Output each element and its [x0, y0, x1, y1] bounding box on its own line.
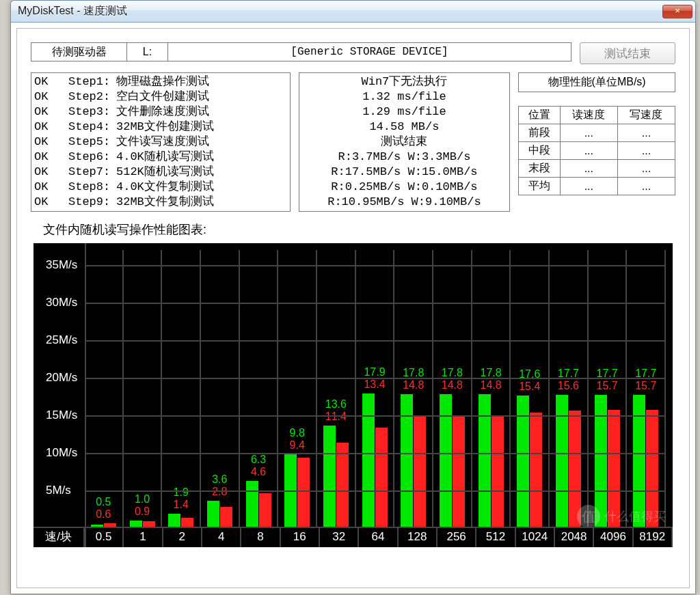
- step-status: OK: [34, 180, 68, 195]
- chart-title: 文件内随机读写操作性能图表:: [43, 221, 675, 238]
- step-desc: 32MB文件创建测试: [116, 120, 214, 135]
- read-value-label: 3.6: [212, 473, 227, 486]
- result-line: Win7下无法执行: [302, 74, 507, 89]
- bar-group: 17.715.6: [550, 250, 589, 528]
- step-status: OK: [34, 120, 68, 135]
- step-id: Step1:: [68, 74, 116, 89]
- perf-cell: 前段: [519, 124, 561, 142]
- bar-group: 17.814.8: [433, 250, 472, 528]
- result-line: R:0.25MB/s W:0.10MB/s: [302, 180, 507, 195]
- result-line: R:10.95MB/s W:9.10MB/s: [302, 195, 507, 210]
- bar-group: 1.91.4: [162, 250, 201, 528]
- client-area: 待测驱动器 L: [Generic STORAGE DEVICE] 测试结束 O…: [16, 28, 690, 588]
- step-desc: 4.0K文件复制测试: [116, 180, 214, 195]
- perf-cell: ...: [617, 124, 675, 142]
- y-tick-label: 10M/s: [46, 446, 77, 460]
- x-axis-label: 速/块: [33, 528, 85, 547]
- step-id: Step5:: [68, 135, 116, 150]
- write-value-label: 15.4: [519, 380, 540, 393]
- write-value-label: 15.6: [558, 380, 579, 392]
- bar-group: 17.715.7: [589, 250, 628, 528]
- write-bar: [297, 458, 310, 528]
- x-tick-label: 0.5: [85, 528, 124, 547]
- step-desc: 文件删除速度测试: [116, 105, 209, 120]
- result-line: 1.32 ms/file: [302, 89, 507, 105]
- write-value-label: 15.7: [596, 380, 617, 392]
- step-status: OK: [34, 150, 68, 165]
- app-window: MyDiskTest - 速度测试 × 待测驱动器 L: [Generic ST…: [10, 0, 696, 594]
- y-tick-label: 20M/s: [46, 371, 77, 385]
- x-tick-label: 1: [124, 528, 163, 547]
- test-end-button[interactable]: 测试结束: [580, 42, 675, 64]
- perf-cell: ...: [617, 142, 675, 160]
- step-status: OK: [34, 135, 68, 150]
- read-value-label: 1.0: [135, 493, 150, 506]
- read-bar: [479, 394, 491, 528]
- write-value-label: 0.9: [135, 506, 150, 518]
- perf-table: 位置读速度写速度前段......中段......末段......平均......: [518, 106, 675, 195]
- perf-cell: ...: [560, 178, 617, 195]
- device-name: [Generic STORAGE DEVICE]: [168, 43, 571, 61]
- result-line: R:17.5MB/s W:15.0MB/s: [302, 165, 507, 180]
- step-desc: 512K随机读写测试: [116, 165, 214, 180]
- read-bar: [246, 481, 258, 528]
- steps-panel: OKStep1:物理磁盘操作测试OKStep2:空白文件创建测试OKStep3:…: [31, 72, 291, 212]
- bar-group: 1.00.9: [124, 250, 163, 528]
- y-tick-label: 25M/s: [46, 333, 77, 347]
- step-status: OK: [34, 74, 68, 89]
- step-id: Step8:: [68, 180, 116, 195]
- perf-header: 读速度: [560, 107, 617, 124]
- close-button[interactable]: ×: [662, 5, 692, 18]
- bar-group: 17.913.4: [356, 250, 395, 528]
- read-value-label: 1.9: [174, 486, 189, 499]
- y-tick-label: 30M/s: [46, 296, 77, 309]
- read-value-label: 6.3: [251, 454, 266, 466]
- read-bar: [207, 501, 219, 528]
- x-tick-label: 64: [359, 528, 398, 547]
- performance-chart: 0.50.61.00.91.91.43.62.86.34.69.89.413.6…: [33, 243, 673, 547]
- perf-cell: ...: [560, 124, 617, 142]
- read-value-label: 17.9: [364, 366, 385, 378]
- write-bar: [220, 507, 232, 528]
- bar-group: 17.715.7: [627, 250, 666, 528]
- step-desc: 物理磁盘操作测试: [116, 74, 209, 89]
- perf-header: 写速度: [617, 107, 675, 124]
- read-value-label: 0.5: [96, 496, 111, 508]
- read-bar: [168, 514, 180, 528]
- x-tick-label: 1024: [516, 528, 555, 547]
- step-id: Step9:: [68, 195, 116, 210]
- write-value-label: 14.8: [403, 379, 424, 391]
- perf-cell: 中段: [519, 142, 561, 160]
- x-tick-label: 16: [281, 528, 320, 547]
- x-tick-label: 2048: [555, 528, 594, 547]
- x-tick-label: 32: [320, 528, 359, 547]
- step-id: Step2:: [68, 89, 116, 105]
- step-status: OK: [34, 165, 68, 180]
- device-label: 待测驱动器: [31, 43, 127, 61]
- read-bar: [401, 394, 413, 528]
- perf-header: 位置: [519, 107, 561, 124]
- write-bar: [492, 417, 504, 528]
- perf-cell: 平均: [519, 178, 561, 195]
- x-tick-label: 128: [399, 528, 438, 547]
- device-group: 待测驱动器 L: [Generic STORAGE DEVICE]: [31, 42, 571, 61]
- perf-title: 物理性能(单位MB/s): [518, 72, 675, 92]
- write-value-label: 11.4: [325, 411, 347, 423]
- write-value-label: 2.8: [212, 486, 227, 498]
- read-bar: [323, 426, 336, 528]
- bar-group: 13.611.4: [317, 250, 356, 528]
- results-panel: Win7下无法执行1.32 ms/file1.29 ms/file14.58 M…: [299, 72, 511, 212]
- write-value-label: 9.4: [290, 439, 305, 452]
- titlebar[interactable]: MyDiskTest - 速度测试 ×: [11, 1, 695, 23]
- write-bar: [530, 413, 542, 528]
- perf-panel: 物理性能(单位MB/s) 位置读速度写速度前段......中段......末段.…: [518, 72, 675, 212]
- perf-cell: ...: [617, 160, 675, 178]
- device-drive: L:: [127, 43, 168, 61]
- x-tick-label: 8: [241, 528, 280, 547]
- write-value-label: 14.8: [442, 379, 463, 391]
- x-tick-label: 2: [163, 528, 202, 547]
- write-value-label: 1.4: [174, 499, 189, 511]
- result-line: 14.58 MB/s: [302, 120, 507, 135]
- write-value-label: 15.7: [635, 380, 656, 392]
- perf-cell: ...: [560, 160, 617, 178]
